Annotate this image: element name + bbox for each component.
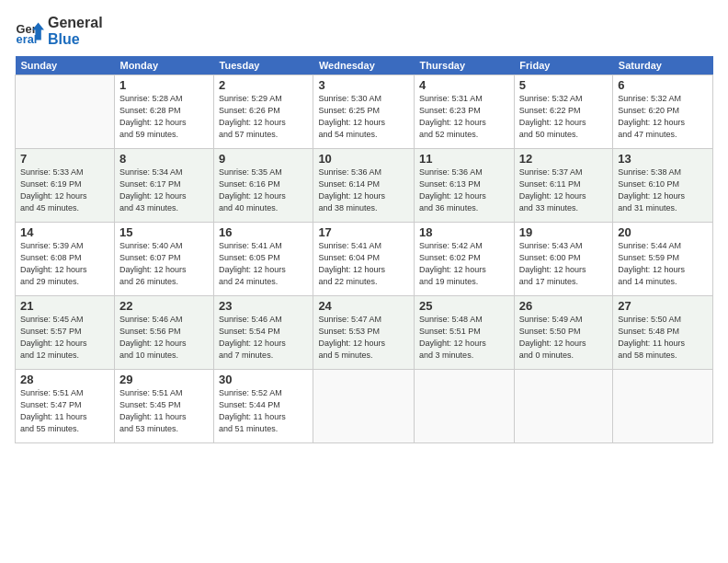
day-info: Sunrise: 5:43 AM Sunset: 6:00 PM Dayligh… — [519, 240, 609, 288]
calendar-cell: 20Sunrise: 5:44 AM Sunset: 5:59 PM Dayli… — [613, 223, 713, 296]
day-number: 28 — [20, 373, 109, 386]
day-info: Sunrise: 5:51 AM Sunset: 5:45 PM Dayligh… — [119, 387, 209, 435]
calendar-cell — [415, 370, 515, 443]
day-number: 23 — [219, 299, 308, 313]
logo-text-line1: General — [48, 15, 103, 31]
page-header: Gen eral General Blue — [15, 15, 713, 47]
day-info: Sunrise: 5:48 AM Sunset: 5:51 PM Dayligh… — [419, 314, 509, 362]
calendar-cell: 4Sunrise: 5:31 AM Sunset: 6:23 PM Daylig… — [415, 75, 515, 149]
calendar-cell — [313, 370, 415, 443]
calendar-cell: 23Sunrise: 5:46 AM Sunset: 5:54 PM Dayli… — [214, 296, 313, 370]
calendar-week-row: 14Sunrise: 5:39 AM Sunset: 6:08 PM Dayli… — [16, 223, 713, 296]
weekday-header-monday: Monday — [114, 56, 213, 75]
calendar-cell: 24Sunrise: 5:47 AM Sunset: 5:53 PM Dayli… — [313, 296, 415, 370]
day-number: 14 — [20, 225, 109, 239]
calendar-cell: 13Sunrise: 5:38 AM Sunset: 6:10 PM Dayli… — [613, 149, 713, 223]
day-info: Sunrise: 5:40 AM Sunset: 6:07 PM Dayligh… — [119, 240, 209, 288]
calendar-cell: 15Sunrise: 5:40 AM Sunset: 6:07 PM Dayli… — [114, 223, 213, 296]
calendar-cell: 5Sunrise: 5:32 AM Sunset: 6:22 PM Daylig… — [514, 75, 613, 149]
weekday-header-saturday: Saturday — [613, 56, 713, 75]
calendar-cell — [16, 75, 115, 149]
day-number: 18 — [419, 225, 509, 239]
day-info: Sunrise: 5:38 AM Sunset: 6:10 PM Dayligh… — [618, 167, 708, 214]
weekday-header-thursday: Thursday — [415, 56, 515, 75]
calendar-week-row: 1Sunrise: 5:28 AM Sunset: 6:28 PM Daylig… — [16, 75, 713, 149]
day-info: Sunrise: 5:41 AM Sunset: 6:04 PM Dayligh… — [318, 240, 409, 288]
day-number: 2 — [219, 78, 308, 92]
day-info: Sunrise: 5:46 AM Sunset: 5:56 PM Dayligh… — [119, 314, 209, 362]
day-number: 12 — [519, 152, 609, 166]
calendar-cell: 8Sunrise: 5:34 AM Sunset: 6:17 PM Daylig… — [114, 149, 213, 223]
day-info: Sunrise: 5:34 AM Sunset: 6:17 PM Dayligh… — [119, 167, 209, 214]
logo-text-line2: Blue — [48, 31, 103, 48]
day-number: 16 — [219, 225, 308, 239]
calendar-cell: 19Sunrise: 5:43 AM Sunset: 6:00 PM Dayli… — [514, 223, 613, 296]
calendar-cell: 21Sunrise: 5:45 AM Sunset: 5:57 PM Dayli… — [16, 296, 115, 370]
day-number: 1 — [119, 78, 209, 92]
calendar-cell: 3Sunrise: 5:30 AM Sunset: 6:25 PM Daylig… — [313, 75, 415, 149]
calendar-week-row: 7Sunrise: 5:33 AM Sunset: 6:19 PM Daylig… — [16, 149, 713, 223]
day-info: Sunrise: 5:52 AM Sunset: 5:44 PM Dayligh… — [219, 387, 308, 435]
day-info: Sunrise: 5:51 AM Sunset: 5:47 PM Dayligh… — [20, 387, 109, 435]
calendar-cell: 17Sunrise: 5:41 AM Sunset: 6:04 PM Dayli… — [313, 223, 415, 296]
day-info: Sunrise: 5:32 AM Sunset: 6:20 PM Dayligh… — [618, 93, 708, 141]
day-info: Sunrise: 5:31 AM Sunset: 6:23 PM Dayligh… — [419, 93, 509, 141]
calendar-cell: 9Sunrise: 5:35 AM Sunset: 6:16 PM Daylig… — [214, 149, 313, 223]
day-number: 9 — [219, 152, 308, 166]
calendar-cell — [514, 370, 613, 443]
calendar-cell: 11Sunrise: 5:36 AM Sunset: 6:13 PM Dayli… — [415, 149, 515, 223]
day-number: 13 — [618, 152, 708, 166]
day-number: 5 — [519, 78, 609, 92]
calendar-cell: 18Sunrise: 5:42 AM Sunset: 6:02 PM Dayli… — [415, 223, 515, 296]
day-info: Sunrise: 5:32 AM Sunset: 6:22 PM Dayligh… — [519, 93, 609, 141]
day-number: 29 — [119, 373, 209, 386]
calendar-cell: 29Sunrise: 5:51 AM Sunset: 5:45 PM Dayli… — [114, 370, 213, 443]
day-number: 30 — [219, 373, 308, 386]
day-info: Sunrise: 5:44 AM Sunset: 5:59 PM Dayligh… — [618, 240, 708, 288]
day-info: Sunrise: 5:36 AM Sunset: 6:14 PM Dayligh… — [318, 167, 409, 214]
calendar-table: SundayMondayTuesdayWednesdayThursdayFrid… — [15, 56, 713, 443]
weekday-header-tuesday: Tuesday — [214, 56, 313, 75]
logo-icon: Gen eral — [15, 17, 44, 46]
calendar-cell: 28Sunrise: 5:51 AM Sunset: 5:47 PM Dayli… — [16, 370, 115, 443]
day-info: Sunrise: 5:47 AM Sunset: 5:53 PM Dayligh… — [318, 314, 409, 362]
day-number: 8 — [119, 152, 209, 166]
day-info: Sunrise: 5:28 AM Sunset: 6:28 PM Dayligh… — [119, 93, 209, 141]
calendar-cell: 12Sunrise: 5:37 AM Sunset: 6:11 PM Dayli… — [514, 149, 613, 223]
calendar-cell: 1Sunrise: 5:28 AM Sunset: 6:28 PM Daylig… — [114, 75, 213, 149]
calendar-cell: 16Sunrise: 5:41 AM Sunset: 6:05 PM Dayli… — [214, 223, 313, 296]
day-info: Sunrise: 5:33 AM Sunset: 6:19 PM Dayligh… — [20, 167, 109, 214]
day-number: 26 — [519, 299, 609, 313]
weekday-header-wednesday: Wednesday — [313, 56, 415, 75]
day-number: 20 — [618, 225, 708, 239]
day-number: 25 — [419, 299, 509, 313]
day-number: 4 — [419, 78, 509, 92]
svg-text:eral: eral — [17, 31, 38, 45]
day-info: Sunrise: 5:36 AM Sunset: 6:13 PM Dayligh… — [419, 167, 509, 214]
day-number: 19 — [519, 225, 609, 239]
day-info: Sunrise: 5:45 AM Sunset: 5:57 PM Dayligh… — [20, 314, 109, 362]
calendar-cell — [613, 370, 713, 443]
day-info: Sunrise: 5:37 AM Sunset: 6:11 PM Dayligh… — [519, 167, 609, 214]
weekday-header-sunday: Sunday — [16, 56, 115, 75]
day-info: Sunrise: 5:50 AM Sunset: 5:48 PM Dayligh… — [618, 314, 708, 362]
calendar-cell: 30Sunrise: 5:52 AM Sunset: 5:44 PM Dayli… — [214, 370, 313, 443]
calendar-cell: 10Sunrise: 5:36 AM Sunset: 6:14 PM Dayli… — [313, 149, 415, 223]
day-info: Sunrise: 5:42 AM Sunset: 6:02 PM Dayligh… — [419, 240, 509, 288]
calendar-week-row: 28Sunrise: 5:51 AM Sunset: 5:47 PM Dayli… — [16, 370, 713, 443]
day-number: 7 — [20, 152, 109, 166]
calendar-cell: 2Sunrise: 5:29 AM Sunset: 6:26 PM Daylig… — [214, 75, 313, 149]
day-number: 3 — [318, 78, 409, 92]
calendar-week-row: 21Sunrise: 5:45 AM Sunset: 5:57 PM Dayli… — [16, 296, 713, 370]
day-info: Sunrise: 5:39 AM Sunset: 6:08 PM Dayligh… — [20, 240, 109, 288]
day-number: 17 — [318, 225, 409, 239]
day-info: Sunrise: 5:46 AM Sunset: 5:54 PM Dayligh… — [219, 314, 308, 362]
day-number: 10 — [318, 152, 409, 166]
calendar-header-row: SundayMondayTuesdayWednesdayThursdayFrid… — [16, 56, 713, 75]
day-number: 27 — [618, 299, 708, 313]
calendar-cell: 27Sunrise: 5:50 AM Sunset: 5:48 PM Dayli… — [613, 296, 713, 370]
day-info: Sunrise: 5:41 AM Sunset: 6:05 PM Dayligh… — [219, 240, 308, 288]
day-number: 22 — [119, 299, 209, 313]
logo: Gen eral General Blue — [15, 15, 103, 47]
calendar-cell: 14Sunrise: 5:39 AM Sunset: 6:08 PM Dayli… — [16, 223, 115, 296]
